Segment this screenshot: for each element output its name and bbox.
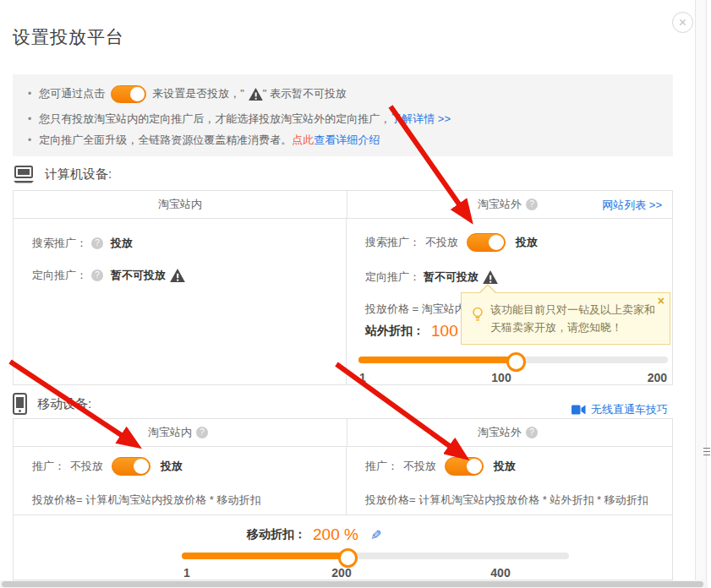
toggle-example-icon <box>111 85 146 103</box>
notice-2-text: 您只有投放淘宝站内的定向推广后，才能选择投放淘宝站外的定向推广， <box>39 112 391 127</box>
slider-tick-max: 400 <box>490 566 510 580</box>
slider-tick-min: 1 <box>359 371 366 384</box>
help-icon[interactable]: ? <box>91 270 103 281</box>
mobile-table: 淘宝站内 ? 淘宝站外 ? 推广： 不投放 投放 投放价格= 计算机淘宝站内投放… <box>13 418 673 580</box>
vertical-scrollbar[interactable] <box>695 0 707 588</box>
mobile-discount-value: 200 % <box>313 525 358 544</box>
computer-table: 淘宝站内 淘宝站外 ? 网站列表 >> 搜索推广： ? 投放 定向推广： ? 暂… <box>13 190 673 385</box>
edit-pencil-icon[interactable]: ✎ <box>370 527 381 543</box>
offsite-search-toggle[interactable] <box>467 233 506 252</box>
mobile-icon <box>13 393 27 415</box>
computer-table-header: 淘宝站内 淘宝站外 ? 网站列表 >> <box>14 191 672 219</box>
mobile-discount-slider[interactable] <box>182 548 569 564</box>
toggle-knob <box>489 235 504 250</box>
toggle-on-label: 投放 <box>161 459 183 474</box>
set-delivery-platform-dialog: 设置投放平台 × • 您可通过点击 来设置是否投放，" " 表示暂不可投放 • … <box>0 0 711 588</box>
notice-1-mid: 来设置是否投放，" <box>152 86 244 101</box>
mobile-section-heading: 移动设备: <box>13 393 91 415</box>
bulb-icon <box>472 307 484 324</box>
mobile-discount: 移动折扣： 200 % ✎ <box>247 525 381 544</box>
notice-item-2: • 您只有投放淘宝站内的定向推广后，才能选择投放淘宝站外的定向推广， 了解详情 … <box>28 112 658 127</box>
slider-handle[interactable] <box>506 352 526 372</box>
mobile-offsite-toggle[interactable] <box>445 457 484 476</box>
slider-tick-mid: 100 <box>491 371 511 384</box>
horizontal-scrollbar[interactable] <box>0 580 708 588</box>
help-icon[interactable]: ? <box>526 199 538 210</box>
bullet-icon: • <box>28 113 31 125</box>
tooltip-close-icon[interactable]: × <box>658 294 665 308</box>
page-title: 设置投放平台 <box>13 25 124 49</box>
mobile-section-title: 移动设备: <box>37 396 91 412</box>
wireless-tips-link[interactable]: 无线直通车技巧 <box>591 402 668 417</box>
computer-onsite-targeted-row: 定向推广： ? 暂不可投放 <box>32 268 185 283</box>
mobile-offsite-header-label: 淘宝站外 <box>478 425 522 440</box>
computer-section-title: 计算机设备: <box>45 166 112 182</box>
search-promo-label: 搜索推广： <box>365 235 420 250</box>
promo-label: 推广： <box>365 459 398 474</box>
help-icon[interactable]: ? <box>196 427 208 438</box>
notice-1-pre: 您可通过点击 <box>39 86 105 101</box>
slider-handle[interactable] <box>338 548 358 568</box>
mobile-onsite-formula: 投放价格= 计算机淘宝站内投放价格 * 移动折扣 <box>32 493 261 508</box>
mobile-table-footer: 移动折扣： 200 % ✎ 1 200 400 <box>14 514 672 580</box>
computer-icon <box>13 166 35 183</box>
help-icon[interactable]: ? <box>526 427 538 438</box>
offsite-discount-label: 站外折扣： <box>365 324 424 339</box>
mobile-onsite-toggle[interactable] <box>112 457 150 476</box>
mobile-table-header: 淘宝站内 ? 淘宝站外 ? <box>14 419 672 447</box>
horizontal-scrollbar-thumb[interactable] <box>2 581 703 587</box>
mobile-offsite-header: 淘宝站外 ? <box>347 419 672 446</box>
mobile-onsite-promo-row: 推广： 不投放 投放 <box>32 457 183 476</box>
learn-more-link[interactable]: 了解详情 >> <box>391 112 451 127</box>
slider-tick-mid: 200 <box>331 566 351 580</box>
help-icon[interactable]: ? <box>91 237 103 249</box>
notice-3-text: 定向推广全面升级，全链路资源位覆盖精准消费者。 <box>39 133 292 148</box>
computer-offsite-search-row: 搜索推广： 不投放 投放 <box>365 233 538 252</box>
search-promo-status: 投放 <box>111 236 133 251</box>
slider-tick-max: 200 <box>648 371 667 384</box>
mobile-offsite-formula: 投放价格= 计算机淘宝站内投放价格 * 站外折扣 * 移动折扣 <box>365 493 648 508</box>
toggle-knob <box>134 459 149 474</box>
site-list-link[interactable]: 网站列表 >> <box>602 198 662 213</box>
video-camera-icon <box>572 405 586 415</box>
computer-offsite-targeted-row: 定向推广： 暂不可投放 <box>365 270 498 285</box>
computer-onsite-header: 淘宝站内 <box>14 191 347 218</box>
bullet-icon: • <box>28 134 31 146</box>
mobile-table-body: 推广： 不投放 投放 投放价格= 计算机淘宝站内投放价格 * 移动折扣 推广： … <box>14 447 672 514</box>
computer-section-heading: 计算机设备: <box>13 166 112 183</box>
mobile-onsite-header-label: 淘宝站内 <box>148 425 192 440</box>
warning-icon <box>249 88 263 101</box>
toggle-off-label: 不投放 <box>425 235 458 250</box>
promo-label: 推广： <box>32 459 65 474</box>
search-promo-label: 搜索推广： <box>32 236 87 251</box>
tooltip-text: 该功能目前只对一钻及以上卖家和天猫卖家开放，请您知晓！ <box>490 301 658 336</box>
targeted-promo-label: 定向推广： <box>32 268 87 283</box>
tooltip-pointer <box>480 286 495 293</box>
computer-onsite-header-label: 淘宝站内 <box>158 197 202 212</box>
slider-fill <box>182 553 347 559</box>
notice-1-post: " 表示暂不可投放 <box>263 86 347 101</box>
view-intro-link[interactable]: 查看详细介绍 <box>314 133 380 148</box>
offsite-discount-slider[interactable] <box>358 352 668 368</box>
slider-fill <box>358 357 516 363</box>
bullet-icon: • <box>28 88 31 100</box>
computer-offsite-header: 淘宝站外 ? 网站列表 >> <box>347 191 672 218</box>
resize-grip[interactable] <box>703 448 710 458</box>
warning-icon <box>483 270 498 284</box>
mobile-offsite-promo-row: 推广： 不投放 投放 <box>365 457 516 476</box>
click-here-link[interactable]: 点此 <box>292 133 314 148</box>
computer-onsite-cell: 搜索推广： ? 投放 定向推广： ? 暂不可投放 <box>14 219 347 384</box>
toggle-off-label: 不投放 <box>403 459 436 474</box>
targeted-promo-status: 暂不可投放 <box>424 270 479 285</box>
notice-item-3: • 定向推广全面升级，全链路资源位覆盖精准消费者。 点此 查看详细介绍 <box>28 133 658 148</box>
warning-icon <box>170 269 185 282</box>
toggle-on-label: 投放 <box>516 235 538 250</box>
notice-item-1: • 您可通过点击 来设置是否投放，" " 表示暂不可投放 <box>28 84 658 104</box>
toggle-knob <box>467 459 482 474</box>
toggle-knob <box>130 87 145 101</box>
mobile-offsite-cell: 推广： 不投放 投放 投放价格= 计算机淘宝站内投放价格 * 站外折扣 * 移动… <box>347 447 672 514</box>
close-icon[interactable]: × <box>672 12 693 33</box>
mobile-onsite-cell: 推广： 不投放 投放 投放价格= 计算机淘宝站内投放价格 * 移动折扣 <box>14 447 347 514</box>
slider-tick-min: 1 <box>183 566 190 580</box>
targeted-promo-label: 定向推广： <box>365 270 420 285</box>
